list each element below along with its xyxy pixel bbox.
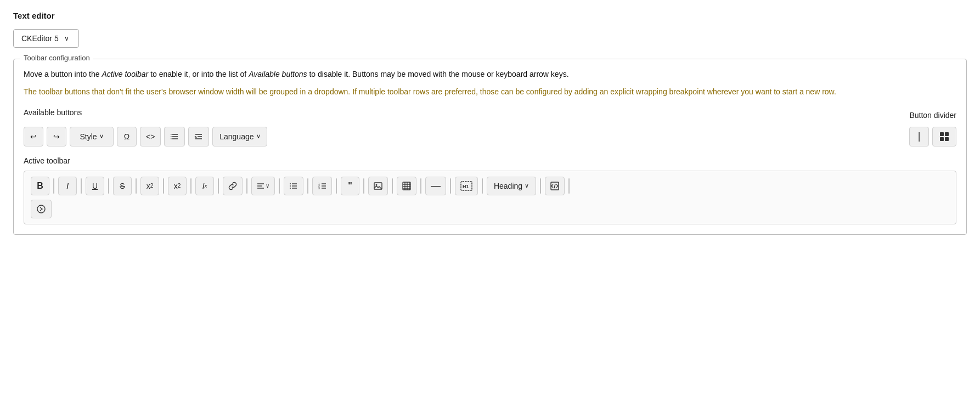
editor-select-wrapper: CKEditor 5 ∨ (13, 29, 967, 48)
atb-divider-14 (420, 178, 421, 194)
btn-undo[interactable]: ↩ (24, 127, 43, 146)
btn-list-outdent[interactable] (188, 127, 209, 146)
available-buttons-label: Available buttons (24, 108, 82, 117)
atb-divider-9 (279, 178, 280, 194)
svg-line-40 (554, 184, 555, 188)
button-divider-label: Button divider (909, 111, 956, 120)
atb-divider-15 (450, 178, 451, 194)
btn-redo[interactable]: ↪ (47, 127, 66, 146)
chevron-down-icon: ∨ (64, 35, 69, 42)
atb-btn-list[interactable] (284, 177, 303, 195)
section-labels-row: Available buttons Button divider (24, 108, 956, 122)
description-text-1: Move a button into the Active toolbar to… (24, 68, 956, 80)
align-chevron-icon: ∨ (266, 183, 269, 189)
atb-btn-italic[interactable]: I (58, 177, 77, 195)
active-toolbar-label: Active toolbar (24, 156, 956, 165)
btn-code[interactable]: <> (140, 127, 161, 146)
atb-divider-2 (81, 178, 82, 194)
btn-language[interactable]: Language ∨ (212, 127, 267, 146)
available-buttons-left: ↩ ↪ Style ∨ Ω <> (24, 127, 267, 146)
atb-btn-blockquote[interactable]: " (341, 177, 359, 195)
svg-point-18 (290, 188, 291, 189)
toolbar-config-box: Toolbar configuration Move a button into… (13, 59, 967, 235)
active-toolbar-row-1: B I U S x2 x2 Ix (31, 177, 949, 195)
atb-btn-link[interactable] (223, 177, 243, 195)
atb-btn-html-embed[interactable] (545, 177, 565, 195)
language-chevron-icon: ∨ (256, 133, 261, 140)
available-buttons-right: | (909, 127, 956, 146)
atb-divider-3 (108, 178, 109, 194)
atb-btn-image[interactable] (368, 177, 388, 195)
toolbar-config-legend: Toolbar configuration (20, 54, 93, 62)
atb-divider-10 (307, 178, 308, 194)
atb-divider-12 (363, 178, 364, 194)
atb-btn-source[interactable] (31, 200, 52, 218)
btn-list-indent[interactable] (164, 127, 185, 146)
atb-divider-8 (246, 178, 247, 194)
atb-divider-1 (53, 178, 54, 194)
atb-btn-hr[interactable]: — (425, 177, 446, 195)
editor-select-label: CKEditor 5 (21, 34, 59, 43)
page-container: Text editor CKEditor 5 ∨ Toolbar configu… (13, 11, 967, 235)
atb-btn-subscript[interactable]: x2 (168, 177, 187, 195)
available-buttons-row: ↩ ↪ Style ∨ Ω <> (24, 127, 956, 146)
svg-rect-9 (940, 132, 944, 136)
atb-divider-17 (540, 178, 541, 194)
btn-special-chars[interactable]: Ω (117, 127, 137, 146)
btn-divider-bar[interactable]: | (909, 127, 929, 146)
atb-divider-18 (568, 178, 570, 194)
svg-rect-10 (945, 132, 949, 136)
atb-divider-16 (482, 178, 483, 194)
atb-divider-5 (163, 178, 164, 194)
atb-btn-align[interactable]: ∨ (251, 177, 275, 195)
svg-rect-11 (940, 137, 944, 141)
atb-divider-6 (190, 178, 192, 194)
atb-btn-numbered-list[interactable]: 1 2 3 (312, 177, 332, 195)
svg-point-41 (37, 205, 45, 213)
svg-text:3: 3 (318, 187, 320, 190)
editor-select[interactable]: CKEditor 5 ∨ (13, 29, 79, 48)
atb-divider-7 (218, 178, 219, 194)
atb-btn-bold[interactable]: B (31, 177, 49, 195)
atb-btn-remove-format[interactable]: Ix (195, 177, 214, 195)
atb-btn-table[interactable] (397, 177, 416, 195)
description-text-2: The toolbar buttons that don't fit the u… (24, 86, 956, 98)
btn-style[interactable]: Style ∨ (70, 127, 114, 146)
atb-divider-13 (392, 178, 393, 194)
atb-divider-4 (136, 178, 137, 194)
btn-divider-grid[interactable] (932, 127, 956, 146)
active-toolbar-section: Active toolbar B I U S x2 x2 Ix (24, 156, 956, 224)
active-toolbar-box: B I U S x2 x2 Ix (24, 171, 956, 224)
atb-divider-11 (336, 178, 337, 194)
svg-point-17 (290, 185, 291, 187)
atb-btn-heading-icon[interactable]: H1 (455, 177, 478, 195)
heading-label: Heading (494, 182, 522, 190)
svg-text:H1: H1 (463, 184, 469, 189)
style-chevron-icon: ∨ (99, 133, 104, 140)
atb-btn-superscript[interactable]: x2 (140, 177, 159, 195)
active-toolbar-row-2 (31, 200, 949, 218)
heading-chevron-icon: ∨ (525, 182, 529, 189)
page-title: Text editor (13, 11, 967, 20)
atb-btn-underline[interactable]: U (86, 177, 104, 195)
atb-btn-heading-dropdown[interactable]: Heading ∨ (487, 177, 536, 195)
atb-btn-strikethrough[interactable]: S (113, 177, 132, 195)
svg-rect-12 (945, 137, 949, 141)
svg-point-16 (290, 183, 291, 184)
